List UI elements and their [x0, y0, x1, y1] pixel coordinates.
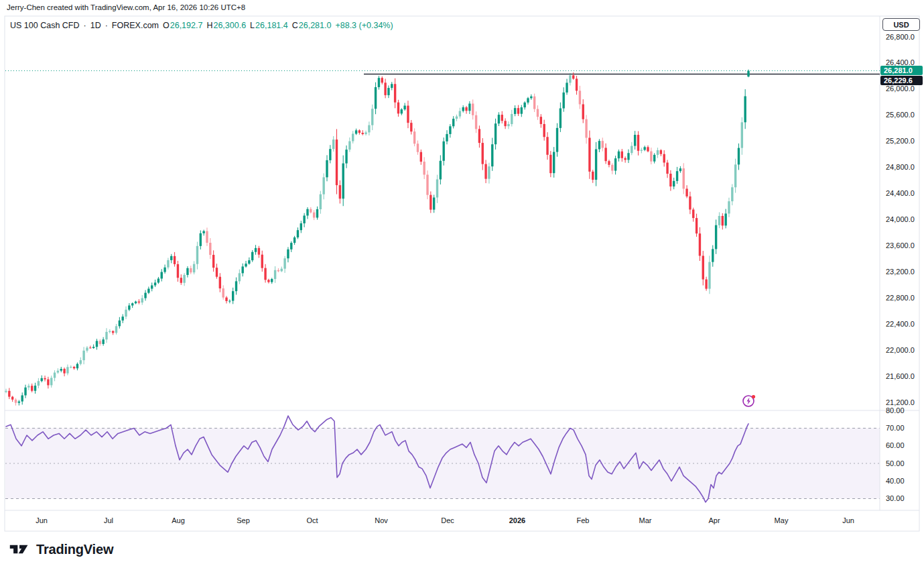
- candle: [18, 400, 20, 405]
- candle: [119, 317, 121, 329]
- tradingview-logo[interactable]: TradingView: [9, 541, 113, 558]
- candle: [702, 251, 704, 285]
- rsi-axis-label: 30.00: [886, 494, 905, 503]
- candle: [462, 105, 464, 113]
- ohlc-close: C 26,281.0: [292, 21, 332, 30]
- candle: [718, 212, 720, 228]
- candle: [407, 101, 409, 128]
- candle: [281, 267, 283, 272]
- ohlc-low: L 26,181.4: [250, 21, 288, 30]
- candle: [163, 265, 166, 274]
- candle: [430, 191, 432, 213]
- high-value: 26,300.6: [213, 21, 246, 30]
- open-value: 26,192.7: [170, 21, 203, 30]
- candle: [634, 131, 636, 150]
- candle: [647, 146, 649, 152]
- price-axis-label: 21,600.0: [886, 372, 915, 381]
- candle: [523, 101, 525, 109]
- candle: [271, 278, 273, 284]
- high-letter: H: [206, 21, 212, 30]
- candle: [728, 198, 730, 217]
- candle: [202, 230, 204, 236]
- price-axis-label: 24,000.0: [886, 215, 915, 224]
- candle: [653, 153, 655, 163]
- candle: [442, 137, 444, 166]
- lightning-bolt-icon: [747, 398, 751, 405]
- candle: [41, 376, 43, 382]
- candle: [381, 76, 383, 84]
- change-value: +88.3 (+0.34%): [335, 21, 393, 30]
- candle: [50, 376, 52, 388]
- candle: [329, 145, 331, 163]
- candle: [440, 155, 442, 184]
- candle: [102, 337, 104, 346]
- candle: [595, 142, 597, 186]
- candle: [696, 214, 698, 237]
- candle: [70, 365, 72, 368]
- candle: [543, 120, 545, 141]
- candle: [128, 303, 130, 311]
- candle: [80, 357, 82, 365]
- currency-toggle-usd[interactable]: USD: [882, 18, 920, 31]
- candle: [255, 245, 257, 255]
- candle: [297, 227, 299, 239]
- candle: [177, 261, 179, 282]
- candle: [261, 251, 263, 272]
- candle: [631, 142, 633, 155]
- tradingview-logo-text: TradingView: [36, 542, 113, 557]
- candle: [209, 238, 211, 259]
- candle: [264, 264, 266, 283]
- candle: [235, 278, 237, 295]
- interval-label[interactable]: 1D: [90, 21, 101, 30]
- candle: [219, 273, 221, 292]
- candle: [537, 105, 539, 120]
- candle: [342, 156, 344, 207]
- rsi-axis-label: 70.00: [886, 424, 905, 433]
- candle: [624, 156, 626, 162]
- candle: [293, 236, 295, 245]
- candle: [403, 103, 405, 111]
- chart-canvas[interactable]: [0, 0, 924, 564]
- candle: [391, 82, 393, 90]
- candle: [715, 219, 717, 253]
- candle: [449, 124, 451, 137]
- candle: [303, 213, 305, 227]
- candle: [339, 180, 341, 204]
- candle: [643, 146, 645, 151]
- candle: [621, 149, 623, 162]
- candle: [200, 230, 202, 249]
- symbol-name[interactable]: US 100 Cash CFD: [10, 21, 80, 30]
- candle: [31, 384, 33, 392]
- candle: [566, 79, 568, 95]
- candle: [96, 339, 98, 349]
- candle: [576, 76, 578, 95]
- price-axis-label: 23,600.0: [886, 241, 915, 250]
- candle: [355, 129, 357, 135]
- candle: [138, 299, 140, 304]
- candle: [666, 160, 668, 178]
- candle: [66, 365, 68, 376]
- candle: [559, 103, 562, 132]
- time-axis-label: Oct: [298, 516, 327, 525]
- candle: [167, 258, 169, 270]
- candle: [663, 150, 665, 166]
- time-axis-label: Feb: [568, 516, 598, 525]
- candle: [673, 178, 675, 189]
- flash-marker-icon[interactable]: [742, 394, 756, 408]
- time-axis-label: Sep: [228, 516, 258, 525]
- low-letter: L: [250, 21, 255, 30]
- candle: [193, 261, 195, 274]
- candle: [683, 163, 685, 194]
- time-axis-label: Jul: [94, 516, 123, 525]
- candle: [277, 268, 279, 272]
- candle: [423, 157, 425, 179]
- candle: [115, 324, 117, 335]
- candle: [734, 159, 736, 193]
- candle: [5, 389, 7, 394]
- candle: [92, 345, 94, 349]
- time-axis-label: Jun: [834, 516, 863, 525]
- candle: [326, 155, 328, 181]
- open-letter: O: [163, 21, 170, 30]
- candle: [147, 286, 149, 294]
- candle: [332, 136, 334, 152]
